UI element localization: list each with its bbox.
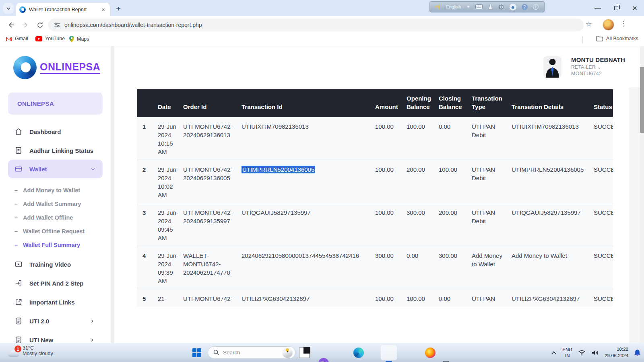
cell-opening: 0.00	[407, 246, 439, 289]
start-button[interactable]	[192, 348, 201, 357]
site-settings-icon[interactable]	[54, 22, 60, 28]
taskbar-active-app-highlight	[381, 345, 397, 360]
column-header-rownum	[137, 89, 158, 117]
all-bookmarks-button[interactable]: All Bookmarks	[596, 36, 638, 41]
brand-logo[interactable]: ONLINEPSA	[13, 56, 100, 79]
browser-tab[interactable]: Wallet Transaction Report ×	[16, 3, 110, 16]
weather-text: 31°C Mostly cloudy	[23, 346, 53, 356]
sidebar-item-wallet[interactable]: Wallet	[8, 160, 103, 178]
taskbar-app-edge[interactable]	[353, 348, 364, 358]
sidebar-item-set-pin-and-2-step[interactable]: Set PIN And 2 Step	[8, 275, 103, 291]
taskbar-app-meet[interactable]	[318, 358, 329, 362]
internet-explorer-icon[interactable]: e	[510, 4, 516, 10]
browser-menu-icon[interactable]: ⋮	[620, 19, 627, 27]
bookmark-label: Gmail	[15, 36, 28, 41]
user-id: MONTU6742	[571, 71, 625, 76]
cell-closing: 0.00	[439, 289, 472, 307]
address-bar[interactable]: onlinepsa.com/dashboard/wallet-transacti…	[48, 19, 584, 31]
keyboard-icon[interactable]	[475, 4, 483, 9]
window-minimize-button[interactable]: —	[588, 0, 607, 16]
info-icon[interactable]: i	[533, 4, 539, 10]
browser-profile-avatar[interactable]	[603, 19, 614, 31]
language-toolbar: English e ? i	[429, 1, 545, 12]
cell-details: UTILIZPXG63042132897	[512, 289, 594, 307]
weather-widget[interactable]: 1 31°C Mostly cloudy	[4, 344, 56, 358]
sidebar-item-label: Aadhar Linking Status	[29, 147, 93, 154]
restore-icon	[614, 6, 618, 10]
sidebar-scrollbar-track[interactable]	[111, 46, 114, 343]
window-close-button[interactable]: ×	[625, 0, 644, 16]
clock[interactable]: 10:22 29-06-2024	[605, 346, 628, 359]
cell-closing: 100.00	[439, 160, 472, 203]
column-header-order-id: Order Id	[183, 89, 242, 117]
cell-txn: UTILIZPXG63042132897	[242, 289, 375, 307]
sidebar-item-label: UTI New	[29, 337, 53, 343]
chevron-down-icon: ⌄	[597, 64, 601, 70]
dress-icon[interactable]	[488, 4, 493, 10]
chevron-right-icon	[88, 319, 96, 324]
bookmark-gmail[interactable]: Gmail	[6, 36, 28, 41]
table-row: 229-Jun-2024 10:02 AMUTI-MONTU6742-20240…	[137, 160, 613, 203]
back-arrow-icon	[7, 21, 14, 29]
sidebar-subitem-wallet-full-summary[interactable]: –Wallet Full Summary	[14, 240, 103, 250]
cell-n: 5	[137, 289, 158, 307]
help-icon[interactable]: ?	[522, 4, 528, 10]
sidebar-subitem-add-wallet-summary[interactable]: –Add Wallet Summary	[14, 199, 103, 209]
sidebar-subitem-add-wallet-offline[interactable]: –Add Wallet Offline	[14, 212, 103, 223]
header-band	[629, 46, 640, 87]
user-profile[interactable]: MONTU DEBNATH RETAILER ⌄ MONTU6742	[543, 56, 625, 78]
transaction-table-container: DateOrder IdTransaction IdAmountOpening …	[137, 89, 613, 343]
sidebar-subitem-wallet-offline-request[interactable]: –Wallet Offline Request	[14, 226, 103, 237]
cell-txn: 20240629210580000013744554538742416	[242, 246, 375, 289]
tray-chevron-up-icon[interactable]	[551, 351, 557, 355]
window-restore-button[interactable]	[607, 0, 625, 16]
tab-search-button[interactable]	[3, 3, 14, 14]
cell-date: 29-Jun-2024 09:39 AM	[158, 246, 183, 289]
sidebar-item-dashboard[interactable]: Dashboard	[8, 123, 103, 140]
cell-date: 29-Jun-2024 10:02 AM	[158, 160, 183, 203]
user-role-dropdown[interactable]: RETAILER ⌄	[571, 64, 625, 70]
selected-transaction-id: UTIMPRRLN52004136005	[242, 166, 315, 173]
sidebar-item-uti-2-0[interactable]: UTI 2.0	[8, 313, 103, 329]
tab-close-icon[interactable]: ×	[100, 6, 107, 13]
sidebar-item-training-video[interactable]: Training Video	[8, 256, 103, 272]
taskbar-app-firefox[interactable]	[425, 348, 436, 358]
document-icon	[14, 317, 23, 325]
table-header: DateOrder IdTransaction IdAmountOpening …	[137, 89, 613, 117]
reload-button[interactable]	[34, 19, 46, 31]
search-input[interactable]	[223, 350, 275, 356]
sidebar: ONLINEPSA ONLINEPSA Dashboard Aadhar Lin…	[0, 46, 111, 343]
taskbar-app-widgets[interactable]	[299, 348, 310, 358]
bookmark-maps[interactable]: Maps	[69, 36, 89, 42]
wifi-icon[interactable]	[578, 350, 586, 356]
forward-button[interactable]	[19, 19, 31, 31]
taskbar-search[interactable]	[208, 346, 295, 359]
lang-line2: IN	[562, 353, 572, 358]
cell-amount: 100.00	[375, 160, 407, 203]
language-selector[interactable]: English	[446, 4, 461, 9]
bookmark-label: Maps	[77, 36, 89, 42]
sidebar-item-important-links[interactable]: Important Links	[8, 294, 103, 310]
cell-closing: 0.00	[439, 117, 472, 160]
sidebar-item-aadhar-linking-status[interactable]: Aadhar Linking Status	[8, 142, 103, 158]
page-scrollbar-thumb[interactable]	[640, 67, 644, 133]
input-language-indicator[interactable]: ENG IN	[562, 347, 572, 358]
tab-title: Wallet Transaction Report	[29, 7, 97, 12]
bangla-script-icon[interactable]	[435, 4, 441, 10]
user-role: RETAILER	[571, 64, 596, 70]
bookmark-star-icon[interactable]: ☆	[586, 20, 592, 28]
settings-gear-icon[interactable]	[498, 4, 504, 10]
cell-type: UTI PAN	[472, 289, 512, 307]
back-button[interactable]	[5, 19, 17, 31]
cell-amount: 100.00	[375, 289, 407, 307]
sidebar-item-uti-new[interactable]: UTI New	[8, 332, 103, 343]
browser-toolbar: onlinepsa.com/dashboard/wallet-transacti…	[0, 16, 644, 34]
search-highlight-bird-image	[282, 348, 293, 358]
bookmark-youtube[interactable]: YouTube	[35, 36, 65, 41]
sidebar-subitem-add-money-to-wallet[interactable]: –Add Money to Wallet	[14, 185, 103, 195]
language-dropdown-icon[interactable]	[466, 6, 470, 8]
speaker-icon[interactable]	[591, 350, 599, 356]
new-tab-button[interactable]: +	[114, 4, 123, 14]
notification-bell-icon[interactable]	[634, 349, 641, 356]
cell-n: 1	[137, 117, 158, 160]
